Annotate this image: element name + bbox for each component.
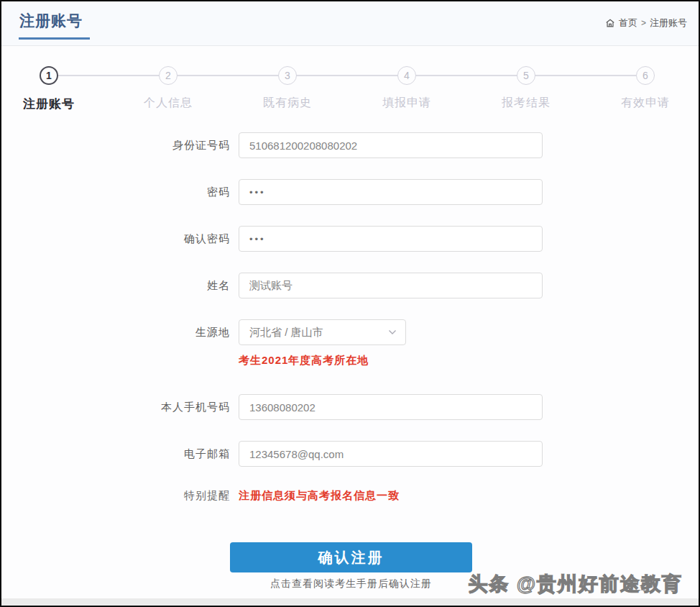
confirm-password-label: 确认密码: [1, 232, 230, 246]
step-label-application: 填报申请: [382, 96, 431, 111]
origin-select[interactable]: 河北省 / 唐山市: [239, 319, 406, 345]
phone-input[interactable]: [239, 394, 543, 420]
registration-stepper: 1 2 3 4 5 6 注册账号 个人信息 既有病史 填报申请 报考结果 有效申…: [1, 66, 699, 114]
page-frame: 注册账号 首页 > 注册账号 1 2 3 4 5 6 注册账号 个人信息 既有病…: [0, 0, 700, 607]
submit-hint: 点击查看阅读考生手册后确认注册: [230, 578, 472, 590]
special-reminder-label: 特别提醒: [1, 489, 230, 503]
confirm-password-input[interactable]: [239, 226, 543, 252]
form-row-password: 密码: [1, 179, 699, 205]
step-circle-5: 5: [517, 66, 535, 85]
breadcrumb: 首页 > 注册账号: [605, 17, 687, 29]
special-reminder-row: 特别提醒 注册信息须与高考报名信息一致: [1, 488, 699, 503]
id-number-input[interactable]: [239, 132, 543, 158]
breadcrumb-current: 注册账号: [650, 17, 687, 29]
form-row-origin: 生源地 河北省 / 唐山市: [1, 319, 699, 345]
step-circle-6: 6: [636, 66, 655, 85]
origin-field-note: 考生2021年度高考所在地: [239, 354, 699, 368]
phone-label: 本人手机号码: [1, 401, 230, 414]
email-label: 电子邮箱: [1, 447, 230, 461]
step-label-valid-application: 有效申请: [621, 96, 670, 111]
step-label-register: 注册账号: [23, 96, 75, 112]
bottom-strip: [1, 598, 699, 606]
header-bar: 注册账号 首页 > 注册账号: [1, 1, 699, 46]
title-underline: [19, 37, 90, 40]
step-label-exam-result: 报考结果: [502, 96, 551, 111]
password-label: 密码: [1, 186, 230, 199]
chevron-down-icon: [388, 329, 397, 335]
id-number-label: 身份证号码: [1, 139, 230, 152]
watermark: 头条 @贵州好前途教育: [468, 571, 683, 597]
breadcrumb-separator: >: [641, 18, 646, 28]
email-input[interactable]: [239, 441, 543, 467]
origin-select-value: 河北省 / 唐山市: [249, 326, 323, 339]
password-input[interactable]: [239, 179, 543, 205]
breadcrumb-home[interactable]: 首页: [619, 17, 637, 29]
form-row-email: 电子邮箱: [1, 441, 699, 467]
origin-label: 生源地: [1, 326, 230, 339]
step-circle-3: 3: [278, 66, 297, 85]
form-row-name: 姓名: [1, 273, 699, 298]
submit-section: 确认注册 点击查看阅读考生手册后确认注册: [230, 542, 472, 590]
form-row-phone: 本人手机号码: [1, 394, 699, 420]
page-title: 注册账号: [19, 11, 83, 31]
step-label-personal-info: 个人信息: [144, 96, 193, 111]
step-circle-2: 2: [159, 66, 178, 85]
step-label-medical-history: 既有病史: [263, 96, 312, 111]
step-circle-1: 1: [40, 66, 58, 85]
home-icon[interactable]: [605, 18, 615, 28]
confirm-register-button[interactable]: 确认注册: [230, 542, 472, 572]
registration-form: 身份证号码 密码 确认密码 姓名 生源地 河北省 / 唐山市: [1, 132, 699, 590]
form-row-confirm-password: 确认密码: [1, 226, 699, 252]
name-label: 姓名: [1, 279, 230, 293]
name-input[interactable]: [239, 273, 543, 298]
form-row-id-number: 身份证号码: [1, 132, 699, 158]
step-circle-4: 4: [397, 66, 416, 85]
special-reminder-text: 注册信息须与高考报名信息一致: [239, 489, 400, 503]
